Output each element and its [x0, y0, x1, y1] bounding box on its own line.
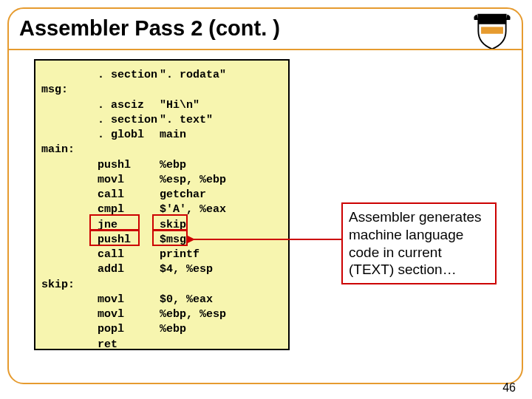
code-label: [41, 68, 86, 83]
highlight-jne-row: [89, 214, 140, 231]
code-label: [41, 158, 86, 173]
code-label: [41, 218, 86, 233]
code-arg: %ebp: [160, 158, 186, 173]
assembly-code-box: . section". rodata"msg:. asciz"Hi\n". se…: [34, 59, 290, 350]
code-op: ret: [98, 338, 160, 352]
code-arg: getchar: [160, 188, 206, 202]
code-op: . section: [98, 113, 160, 128]
annotation-line: (TEXT) section…: [349, 261, 489, 279]
code-op: movl: [98, 173, 160, 188]
code-row: msg:: [41, 83, 282, 98]
code-label: [41, 113, 86, 128]
code-row: movl$0, %eax: [41, 293, 282, 307]
code-op: popl: [98, 322, 160, 337]
highlight-pushl-row: [89, 230, 140, 246]
code-op: . section: [98, 68, 160, 83]
code-label: [41, 322, 86, 337]
code-row: addl$4, %esp: [41, 262, 282, 277]
code-row: callgetchar: [41, 188, 282, 202]
code-arg: ". rodata": [160, 68, 226, 83]
code-arg: printf: [160, 248, 200, 262]
code-row: pushl%ebp: [41, 158, 282, 173]
code-row: movl%esp, %ebp: [41, 173, 282, 188]
code-label: skip:: [41, 278, 86, 293]
code-op: [98, 278, 160, 293]
code-arg: main: [160, 128, 186, 143]
code-label: [41, 188, 86, 202]
code-row: . asciz"Hi\n": [41, 98, 282, 113]
code-label: [41, 338, 86, 352]
code-op: movl: [98, 307, 160, 322]
code-arg: %ebp, %esp: [160, 307, 226, 322]
code-row: main:: [41, 143, 282, 157]
highlight-msg-arg: [152, 230, 188, 246]
code-op: call: [98, 248, 160, 262]
code-op: pushl: [98, 158, 160, 173]
code-label: [41, 202, 86, 217]
code-row: . globlmain: [41, 128, 282, 143]
code-op: [98, 143, 160, 157]
code-op: . asciz: [98, 98, 160, 113]
code-label: [41, 233, 86, 248]
code-arg: ". text": [160, 113, 213, 128]
code-op: [98, 83, 160, 98]
code-label: [41, 262, 86, 277]
title-divider: [9, 49, 522, 50]
code-row: callprintf: [41, 248, 282, 262]
annotation-line: Assembler generates: [349, 208, 489, 226]
page-number: 46: [502, 381, 516, 395]
code-row: popl%ebp: [41, 322, 282, 337]
annotation-box: Assembler generates machine language cod…: [341, 202, 497, 284]
code-arg: %esp, %ebp: [160, 173, 226, 188]
code-arg: %ebp: [160, 322, 186, 337]
code-row: . section". rodata": [41, 68, 282, 83]
code-row: movl%ebp, %esp: [41, 307, 282, 322]
code-label: [41, 293, 86, 307]
slide-title: Assembler Pass 2 (cont. ): [19, 16, 280, 41]
code-row: skip:: [41, 278, 282, 293]
code-row: . section". text": [41, 113, 282, 128]
highlight-skip-arg: [152, 214, 188, 231]
code-op: addl: [98, 262, 160, 277]
code-arg: $0, %eax: [160, 293, 213, 307]
annotation-line: code in current: [349, 244, 489, 262]
code-label: [41, 248, 86, 262]
code-op: movl: [98, 293, 160, 307]
princeton-shield-icon: [471, 10, 513, 52]
code-label: msg:: [41, 83, 86, 98]
code-op: . globl: [98, 128, 160, 143]
code-op: call: [98, 188, 160, 202]
code-label: [41, 173, 86, 188]
code-label: [41, 128, 86, 143]
code-label: [41, 98, 86, 113]
code-row: ret: [41, 338, 282, 352]
svg-rect-0: [481, 27, 503, 33]
annotation-line: machine language: [349, 226, 489, 244]
code-arg: "Hi\n": [160, 98, 200, 113]
code-label: main:: [41, 143, 86, 157]
code-arg: $4, %esp: [160, 262, 213, 277]
code-label: [41, 307, 86, 322]
